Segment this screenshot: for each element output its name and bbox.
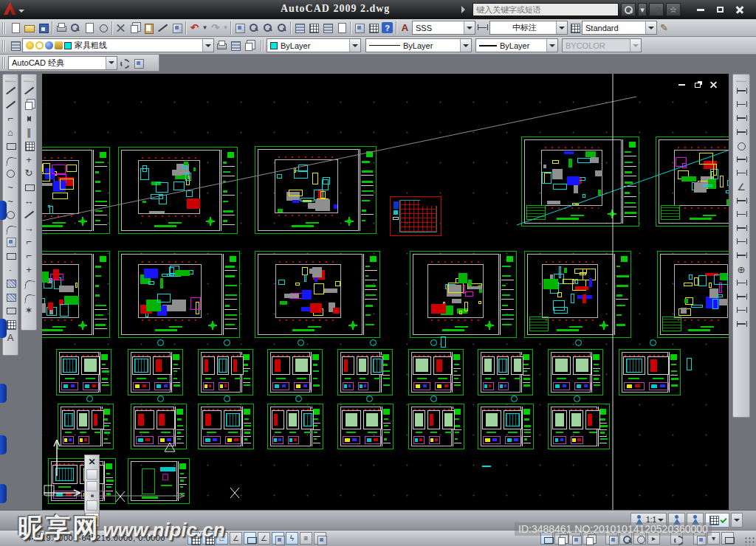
- dimension-edit-button[interactable]: [735, 276, 748, 290]
- workspace-select[interactable]: AutoCAD 经典: [8, 56, 117, 70]
- zoom-previous-button[interactable]: [275, 21, 289, 35]
- layer-plot-icon[interactable]: [55, 41, 63, 49]
- chevron-down-icon[interactable]: [202, 39, 213, 52]
- doc-minimize-button[interactable]: [676, 80, 687, 90]
- mirror-button[interactable]: [22, 111, 35, 125]
- redo-button[interactable]: ↷: [208, 21, 222, 35]
- toolbar-grip[interactable]: [24, 79, 34, 82]
- gradient-button[interactable]: [4, 290, 17, 304]
- copy-button[interactable]: [22, 98, 35, 112]
- search-button[interactable]: [621, 3, 636, 16]
- maximize-button[interactable]: [710, 2, 730, 17]
- region-button[interactable]: [4, 304, 17, 318]
- save-button[interactable]: [36, 21, 50, 35]
- chevron-down-icon[interactable]: [460, 39, 471, 52]
- layer-states-button[interactable]: [242, 38, 256, 53]
- dimension-update-button[interactable]: [735, 304, 748, 318]
- layer-unlock-icon[interactable]: [45, 41, 53, 49]
- aligned-button[interactable]: [735, 98, 748, 112]
- copy-button[interactable]: [128, 21, 142, 35]
- ref-edit-icon[interactable]: [86, 469, 97, 480]
- array-button[interactable]: [22, 139, 35, 153]
- toolbar-grip[interactable]: [5, 79, 16, 82]
- dimension-text-edit-button[interactable]: [735, 290, 748, 304]
- continue-button[interactable]: [735, 221, 748, 235]
- circle-button[interactable]: [4, 167, 17, 181]
- toggle-qp[interactable]: [314, 532, 326, 545]
- make-object-layer-current-button[interactable]: [214, 38, 228, 53]
- lineweight-select[interactable]: ByLayer: [475, 38, 558, 52]
- extend-button[interactable]: →: [22, 221, 35, 235]
- multileader-style-button[interactable]: ✎: [657, 21, 671, 35]
- diameter-button[interactable]: [735, 167, 748, 181]
- favorites-button[interactable]: ☆: [666, 3, 681, 16]
- explode-button[interactable]: ✶: [22, 304, 35, 318]
- doc-close-button[interactable]: [708, 80, 720, 90]
- layer-properties-button[interactable]: [8, 38, 22, 53]
- toggle-otrack[interactable]: ∠: [258, 532, 270, 545]
- block-editor-button[interactable]: [170, 21, 184, 35]
- toolbar-grip[interactable]: [2, 57, 6, 69]
- chevron-down-icon[interactable]: [464, 21, 475, 34]
- arc-button[interactable]: [4, 153, 17, 167]
- qnew-button[interactable]: [8, 21, 22, 35]
- toggle-dyn[interactable]: ϟ: [286, 532, 298, 545]
- markup-button[interactable]: [352, 21, 366, 35]
- chevron-down-icon[interactable]: [546, 39, 557, 52]
- publish-button[interactable]: [82, 21, 96, 35]
- radius-button[interactable]: [735, 139, 748, 153]
- toolbar-grip[interactable]: [736, 79, 746, 82]
- arc-length-button[interactable]: [735, 111, 748, 125]
- plot-preview-button[interactable]: [68, 21, 82, 35]
- dim-style-button[interactable]: [475, 21, 489, 35]
- sheetset-manager-button[interactable]: [334, 21, 348, 35]
- communication-center-button[interactable]: [649, 3, 664, 16]
- color-select[interactable]: ByLayer: [267, 38, 361, 52]
- tool-palettes-button[interactable]: [320, 21, 334, 35]
- infocenter-search-input[interactable]: [472, 3, 619, 16]
- menu-browser-button[interactable]: [2, 1, 24, 18]
- revision-cloud-button[interactable]: ~: [4, 180, 17, 194]
- quick-leader-button[interactable]: [735, 235, 748, 249]
- open-button[interactable]: [22, 21, 36, 35]
- trim-button[interactable]: [22, 207, 35, 221]
- baseline-button[interactable]: [735, 207, 748, 221]
- chamfer-button[interactable]: [22, 276, 35, 290]
- hatch-button[interactable]: [4, 276, 17, 290]
- center-mark-button[interactable]: ⊕: [735, 263, 748, 277]
- rectangle-button[interactable]: [4, 139, 17, 153]
- stretch-button[interactable]: ↔: [22, 194, 35, 208]
- dimension-style-button[interactable]: [735, 317, 748, 331]
- insert-block-button[interactable]: [4, 235, 17, 249]
- text-style-button[interactable]: A: [398, 21, 412, 35]
- paste-button[interactable]: [142, 21, 156, 35]
- my-workspace-button[interactable]: [131, 55, 145, 70]
- toolbar-grip[interactable]: [261, 40, 264, 52]
- undo-button[interactable]: ↶: [188, 21, 202, 35]
- quick-dimension-button[interactable]: [735, 194, 748, 208]
- help-button[interactable]: ?: [380, 21, 394, 35]
- line-button[interactable]: [4, 84, 17, 98]
- point-button[interactable]: ·: [4, 263, 17, 277]
- break-button[interactable]: ⌐: [22, 249, 35, 263]
- layer-select[interactable]: 家具粗线: [22, 38, 214, 52]
- quickcalc-button[interactable]: [366, 21, 380, 35]
- undo-menu-button[interactable]: ▾: [202, 21, 208, 35]
- chevron-down-icon[interactable]: [556, 21, 567, 34]
- rotate-button[interactable]: ↻: [22, 167, 35, 181]
- close-button[interactable]: [730, 2, 750, 17]
- workspace-settings-button[interactable]: [117, 55, 131, 70]
- search-dropdown-button[interactable]: ▾: [638, 3, 647, 16]
- chevron-down-icon[interactable]: [106, 57, 117, 69]
- cut-button[interactable]: [114, 21, 128, 35]
- move-button[interactable]: +: [22, 153, 35, 167]
- toggle-osnap[interactable]: [244, 532, 256, 545]
- ref-back-icon[interactable]: [86, 500, 97, 511]
- redo-menu-button[interactable]: ▾: [222, 21, 229, 35]
- toolbar-grip[interactable]: [2, 40, 6, 52]
- ordinate-button[interactable]: [735, 125, 748, 139]
- 3d-dwf-button[interactable]: [96, 21, 110, 35]
- polygon-button[interactable]: ⌂: [4, 125, 17, 139]
- tolerance-button[interactable]: [735, 249, 748, 263]
- toggle-ducs[interactable]: [272, 532, 284, 545]
